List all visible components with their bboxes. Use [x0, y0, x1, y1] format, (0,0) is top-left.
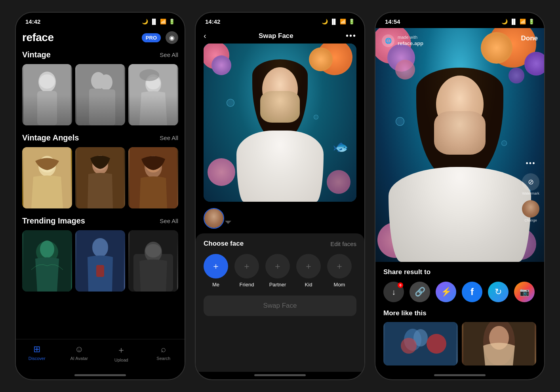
nav-ai-avatar[interactable]: ☺ AI Avatar	[58, 343, 101, 364]
add-kid-circle[interactable]: ＋	[296, 254, 321, 278]
face-image	[204, 209, 223, 228]
status-bar-1: 14:42 🌙 ▐▌ 📶 🔋	[16, 13, 185, 28]
edit-faces-button[interactable]: Edit faces	[330, 241, 356, 247]
bubble-1	[227, 99, 234, 107]
side-more-dots[interactable]: •••	[526, 159, 536, 168]
figure-dress	[236, 131, 324, 202]
share-icons-row: ↓ 0 🔗 ⚡ f ↻ 📷	[383, 282, 536, 302]
face-option-mom[interactable]: ＋ Mom	[327, 254, 352, 288]
signal-icon-2: ▐▌	[330, 19, 337, 25]
add-friend-circle[interactable]: ＋	[234, 254, 259, 278]
watermark-label: Watermark	[522, 191, 539, 195]
vintage-section-header: Vintage See All	[22, 50, 178, 59]
face-option-partner[interactable]: ＋ Partner	[265, 254, 290, 288]
phone-2: 14:42 🌙 ▐▌ 📶 🔋 ‹ Swap Face •••	[195, 12, 365, 380]
fish-1: 🐟	[333, 139, 349, 154]
angels-see-all[interactable]: See All	[160, 134, 178, 141]
battery-icon-3: 🔋	[528, 19, 535, 25]
instagram-icon: 📷	[520, 287, 530, 297]
nav-discover[interactable]: ⊞ Discover	[16, 343, 58, 364]
instagram-share-button[interactable]: 📷	[514, 282, 535, 302]
bottom-nav: ⊞ Discover ☺ AI Avatar ＋ Upload ⌕ Search	[16, 339, 185, 372]
app-title: reface	[22, 31, 54, 44]
choose-face-header: Choose face Edit faces	[204, 240, 356, 248]
status-bar-3: 14:54 🌙 ▐▌ 📶 🔋	[375, 13, 544, 28]
avatar-icon[interactable]: ◉	[166, 31, 178, 44]
selected-face[interactable]	[204, 208, 224, 229]
more-button[interactable]: •••	[346, 31, 356, 40]
discover-label: Discover	[29, 356, 46, 361]
add-me-circle[interactable]: ＋	[204, 254, 228, 278]
more-like-img-1[interactable]	[383, 322, 458, 365]
moon-icon: 🌙	[142, 19, 148, 25]
mom-label: Mom	[334, 282, 345, 288]
pro-badge[interactable]: PRO	[142, 33, 161, 42]
watermark-action[interactable]: ⊘ Watermark	[522, 173, 539, 195]
messenger-icon: ⚡	[441, 287, 451, 297]
watermark-button[interactable]: ⊘	[522, 173, 539, 191]
face-selector	[196, 208, 364, 233]
nav-upload[interactable]: ＋ Upload	[100, 343, 143, 364]
angels-img-1[interactable]	[22, 147, 72, 208]
swap-face-button[interactable]: Swap Face	[204, 295, 356, 316]
main-subject-image[interactable]: 🐟	[204, 44, 356, 202]
status-bar-2: 14:42 🌙 ▐▌ 📶 🔋	[196, 13, 364, 28]
signal-icon: ▐▌	[150, 19, 158, 25]
moon-icon-2: 🌙	[322, 19, 328, 25]
svg-point-36	[427, 334, 446, 354]
back-button[interactable]: ‹	[204, 31, 206, 40]
vintage-img-3[interactable]	[128, 64, 178, 125]
angels-img-3[interactable]	[128, 147, 178, 208]
face-option-kid[interactable]: ＋ Kid	[296, 254, 321, 288]
more-like-img-2[interactable]	[462, 322, 536, 365]
signal-icon-3: ▐▌	[510, 19, 517, 25]
main-image-area: 🐟	[196, 44, 364, 202]
vintage-img-1[interactable]	[22, 64, 72, 125]
search-icon: ⌕	[161, 344, 166, 354]
result-bottom-panel: Share result to ↓ 0 🔗 ⚡ f ↻ 📷 More like …	[375, 262, 544, 372]
petal-left	[208, 158, 235, 186]
link-share-button[interactable]: 🔗	[410, 282, 430, 302]
phone2-nav: ‹ Swap Face •••	[196, 28, 364, 44]
face-option-me[interactable]: ＋ Me	[204, 254, 228, 288]
vintage-grid	[22, 64, 178, 125]
result-figure-container	[375, 68, 544, 262]
download-icon: ↓	[392, 288, 396, 297]
add-partner-circle[interactable]: ＋	[265, 254, 290, 278]
underwater-scene: 🐟	[204, 44, 356, 202]
change-face-button[interactable]	[522, 200, 539, 218]
svg-point-37	[401, 338, 417, 354]
facebook-share-button[interactable]: f	[462, 282, 482, 302]
loop-share-button[interactable]: ↻	[488, 282, 509, 302]
download-share-button[interactable]: ↓ 0	[383, 282, 404, 302]
phone-3: 14:54 🌙 ▐▌ 📶 🔋 🐟	[375, 12, 545, 380]
trending-img-2[interactable]	[75, 230, 125, 292]
swap-face-title: Swap Face	[259, 32, 293, 40]
messenger-share-button[interactable]: ⚡	[436, 282, 456, 302]
watermark-icon: ⊘	[528, 178, 534, 186]
face-option-friend[interactable]: ＋ Friend	[234, 254, 259, 288]
svg-point-24	[40, 241, 54, 258]
me-label: Me	[212, 282, 219, 288]
header-right: PRO ◉	[142, 31, 178, 44]
add-mom-circle[interactable]: ＋	[327, 254, 352, 278]
vintage-title: Vintage	[22, 50, 51, 59]
trending-img-1[interactable]	[22, 230, 72, 292]
choose-face-title: Choose face	[204, 240, 244, 248]
phone1-header: reface PRO ◉	[22, 28, 178, 50]
angels-img-2[interactable]	[75, 147, 125, 208]
figure	[244, 59, 316, 202]
vintage-see-all[interactable]: See All	[160, 51, 178, 58]
battery-icon: 🔋	[169, 19, 175, 25]
nav-search[interactable]: ⌕ Search	[143, 343, 185, 364]
svg-point-32	[145, 244, 161, 258]
phone-1: 14:42 🌙 ▐▌ 📶 🔋 reface PRO ◉ Vintage See …	[15, 12, 185, 380]
home-indicator-3	[434, 374, 486, 376]
vintage-img-2[interactable]	[75, 64, 125, 125]
trending-img-3[interactable]	[128, 230, 178, 292]
svg-point-7	[100, 74, 112, 90]
change-action[interactable]: Change	[522, 200, 539, 222]
done-button[interactable]: Done	[521, 34, 538, 42]
loop-icon: ↻	[495, 287, 502, 297]
trending-see-all[interactable]: See All	[160, 218, 178, 224]
